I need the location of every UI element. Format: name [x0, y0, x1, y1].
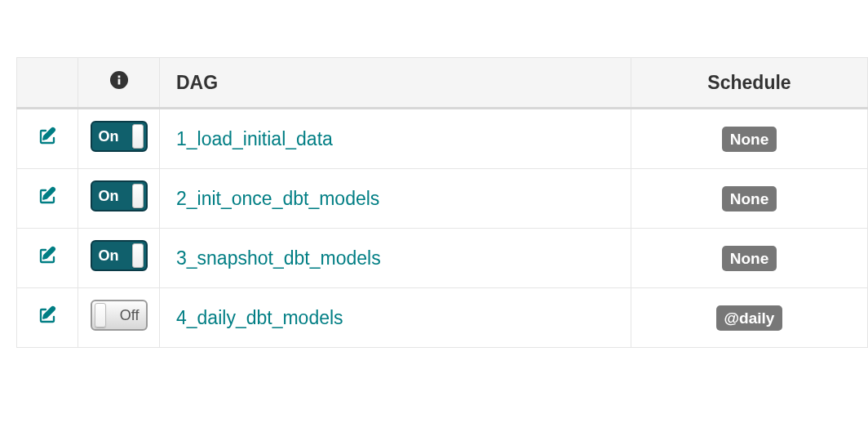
info-icon [110, 71, 128, 89]
dag-link[interactable]: 4_daily_dbt_models [176, 307, 343, 328]
edit-icon [38, 127, 57, 151]
table-row: On 3_snapshot_dbt_models None [17, 229, 868, 288]
table-row: Off 4_daily_dbt_models @daily [17, 288, 868, 348]
schedule-badge[interactable]: None [722, 186, 777, 212]
toggle-label: On [99, 247, 119, 265]
toggle-knob [132, 184, 144, 208]
dag-toggle[interactable]: On [91, 240, 148, 271]
dag-toggle[interactable]: On [91, 180, 148, 212]
edit-button[interactable] [38, 305, 57, 330]
dag-link[interactable]: 2_init_once_dbt_models [176, 188, 379, 209]
edit-icon [38, 246, 57, 270]
dag-link[interactable]: 3_snapshot_dbt_models [176, 247, 381, 269]
toggle-knob [95, 303, 106, 327]
toggle-label: On [99, 188, 119, 205]
dag-toggle[interactable]: Off [91, 300, 148, 331]
edit-button[interactable] [38, 246, 57, 270]
table-row: On 1_load_initial_data None [17, 109, 868, 169]
column-header-info [78, 58, 160, 109]
edit-icon [38, 305, 57, 330]
toggle-knob [132, 243, 144, 268]
svg-rect-1 [117, 79, 120, 85]
toggle-label: Off [120, 307, 140, 324]
dag-table: DAG Schedule On 1_load_initial_data [16, 57, 868, 348]
column-header-schedule[interactable]: Schedule [631, 58, 868, 109]
toggle-knob [132, 124, 144, 149]
toggle-label: On [99, 128, 119, 145]
dag-toggle[interactable]: On [91, 121, 148, 152]
table-row: On 2_init_once_dbt_models None [17, 169, 868, 229]
column-header-edit [17, 58, 78, 109]
schedule-badge[interactable]: @daily [716, 305, 783, 331]
schedule-badge[interactable]: None [722, 127, 777, 152]
schedule-badge[interactable]: None [722, 246, 777, 271]
column-header-dag[interactable]: DAG [160, 58, 631, 109]
svg-rect-2 [117, 76, 120, 78]
dag-link[interactable]: 1_load_initial_data [176, 128, 333, 149]
edit-button[interactable] [38, 186, 57, 211]
edit-button[interactable] [38, 127, 57, 151]
edit-icon [38, 186, 57, 211]
